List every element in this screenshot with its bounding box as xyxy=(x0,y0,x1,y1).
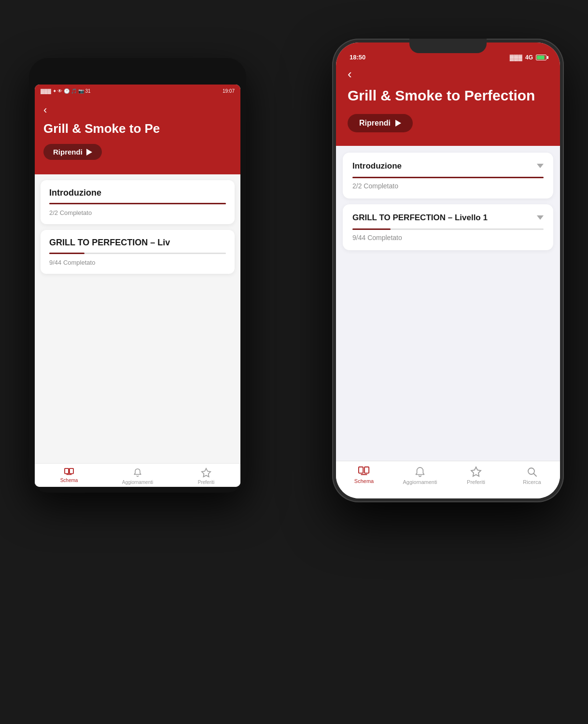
android-completed-text-1: 9/44 Completato xyxy=(49,259,226,266)
android-status-bar: ▓▓▓ ✦ 👁 🕐 🎵 📷 31 19:07 xyxy=(35,85,240,97)
iphone-nav-schema[interactable]: Schema xyxy=(336,466,392,485)
iphone-notch xyxy=(409,39,487,53)
android-nav-preferiti[interactable]: Preferiti xyxy=(172,468,240,485)
android-resume-label: Riprendi xyxy=(53,148,83,156)
iphone-nav-preferiti[interactable]: Preferiti xyxy=(448,466,504,485)
iphone-status-icons: ▓▓▓ 4G xyxy=(510,54,546,61)
iphone-chevron-0[interactable] xyxy=(537,164,544,168)
android-signal: ▓▓▓ ✦ 👁 🕐 🎵 📷 31 xyxy=(41,88,91,94)
iphone-play-icon xyxy=(395,120,401,127)
iphone-bottom-nav: Schema Aggiornamenti Preferiti xyxy=(336,461,560,498)
iphone-section-card-0[interactable]: Introduzione 2/2 Completato xyxy=(343,153,553,199)
iphone-section-title-0: Introduzione xyxy=(352,161,402,171)
iphone-search-icon xyxy=(526,466,538,478)
iphone-signal: ▓▓▓ xyxy=(510,54,522,61)
star-icon xyxy=(201,468,211,478)
svg-rect-4 xyxy=(364,467,369,473)
svg-rect-1 xyxy=(70,468,73,474)
iphone-section-card-1[interactable]: GRILL TO PERFECTION – Livello 1 9/44 Com… xyxy=(343,204,553,250)
android-section-title-0: Introduzione xyxy=(49,188,226,198)
iphone-progress-fill-1 xyxy=(352,228,391,230)
iphone-course-title: Grill & Smoke to Perfection xyxy=(348,87,548,104)
iphone-progress-bar-1 xyxy=(352,228,544,230)
iphone-nav-ricerca-label: Ricerca xyxy=(523,479,541,485)
iphone-time: 18:50 xyxy=(350,54,365,61)
iphone-star-icon xyxy=(470,466,482,478)
iphone-nav-aggiornamenti-label: Aggiornamenti xyxy=(403,479,437,485)
iphone-battery-icon xyxy=(536,55,546,60)
iphone-section-header-0: Introduzione xyxy=(352,161,544,171)
iphone-resume-button[interactable]: Riprendi xyxy=(348,114,413,132)
iphone-bell-icon xyxy=(415,466,425,478)
android-screen: ▓▓▓ ✦ 👁 🕐 🎵 📷 31 19:07 ‹ Grill & Smoke t… xyxy=(35,85,240,487)
iphone-header: ‹ Grill & Smoke to Perfection Riprendi xyxy=(336,64,560,146)
iphone-phone: 18:50 ▓▓▓ 4G ‹ Grill & Smoke to Perfecti… xyxy=(332,39,564,502)
iphone-section-header-1: GRILL TO PERFECTION – Livello 1 xyxy=(352,213,544,223)
android-course-title: Grill & Smoke to Pe xyxy=(43,121,232,136)
android-nav-aggiornamenti[interactable]: Aggiornamenti xyxy=(103,468,172,485)
android-section-card-0[interactable]: Introduzione 2/2 Completato xyxy=(41,180,235,224)
android-section-title-1: GRILL TO PERFECTION – Liv xyxy=(49,238,226,248)
iphone-nav-preferiti-label: Preferiti xyxy=(467,479,485,485)
iphone-completed-text-1: 9/44 Completato xyxy=(352,234,544,241)
android-section-card-1[interactable]: GRILL TO PERFECTION – Liv 9/44 Completat… xyxy=(41,230,235,274)
android-completed-text-0: 2/2 Completato xyxy=(49,209,226,216)
iphone-section-title-1: GRILL TO PERFECTION – Livello 1 xyxy=(352,213,488,223)
svg-rect-0 xyxy=(65,468,69,474)
android-progress-fill-0 xyxy=(49,203,226,204)
iphone-network: 4G xyxy=(525,54,533,61)
iphone-completed-text-0: 2/2 Completato xyxy=(352,182,544,190)
iphone-schema-icon xyxy=(358,466,370,477)
android-phone: ▓▓▓ ✦ 👁 🕐 🎵 📷 31 19:07 ‹ Grill & Smoke t… xyxy=(29,58,246,493)
android-content: Introduzione 2/2 Completato GRILL TO PER… xyxy=(35,174,240,463)
android-progress-bar-1 xyxy=(49,253,226,254)
android-nav-schema[interactable]: Schema xyxy=(35,468,103,485)
android-play-icon xyxy=(86,149,92,156)
android-nav-aggiornamenti-label: Aggiornamenti xyxy=(122,480,153,485)
android-nav-preferiti-label: Preferiti xyxy=(198,480,214,485)
iphone-chevron-1[interactable] xyxy=(537,215,544,220)
iphone-nav-schema-label: Schema xyxy=(354,478,374,484)
iphone-content: Introduzione 2/2 Completato GRILL TO PER… xyxy=(336,146,560,461)
iphone-nav-aggiornamenti[interactable]: Aggiornamenti xyxy=(392,466,448,485)
schema-icon xyxy=(64,468,74,476)
iphone-progress-bar-0 xyxy=(352,177,544,178)
android-progress-bar-0 xyxy=(49,203,226,204)
android-nav-schema-label: Schema xyxy=(60,478,78,483)
android-time: 19:07 xyxy=(223,88,235,94)
android-progress-fill-1 xyxy=(49,253,84,254)
svg-rect-3 xyxy=(359,467,363,473)
iphone-back-button[interactable]: ‹ xyxy=(348,67,548,82)
iphone-progress-fill-0 xyxy=(352,177,544,178)
bell-icon xyxy=(133,468,142,478)
android-bottom-nav: Schema Aggiornamenti Preferiti xyxy=(35,463,240,487)
iphone-nav-ricerca[interactable]: Ricerca xyxy=(504,466,560,485)
android-back-button[interactable]: ‹ xyxy=(43,104,232,116)
android-header: ‹ Grill & Smoke to Pe Riprendi xyxy=(35,97,240,174)
android-resume-button[interactable]: Riprendi xyxy=(43,144,102,160)
iphone-screen: 18:50 ▓▓▓ 4G ‹ Grill & Smoke to Perfecti… xyxy=(336,43,560,498)
iphone-resume-label: Riprendi xyxy=(359,119,391,128)
iphone-battery-fill xyxy=(537,56,545,59)
svg-line-7 xyxy=(534,474,537,477)
